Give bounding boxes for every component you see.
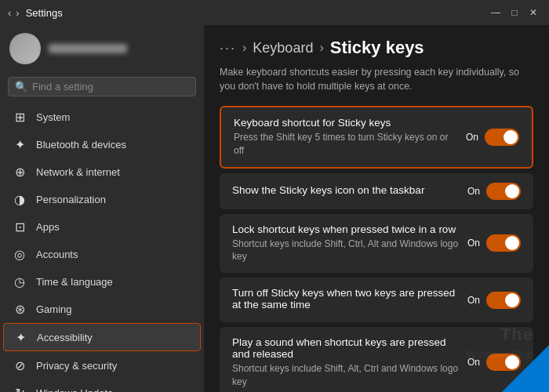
- settings-list: Keyboard shortcut for Sticky keysPress t…: [220, 106, 533, 392]
- setting-row-shortcut: Keyboard shortcut for Sticky keysPress t…: [220, 106, 533, 169]
- content-area: ··· › Keyboard › Sticky keys Make keyboa…: [204, 25, 549, 392]
- network-icon: ⊕: [13, 165, 27, 179]
- sidebar-item-network[interactable]: ⊕Network & internet: [3, 158, 201, 185]
- setting-row-play-sound: Play a sound when shortcut keys are pres…: [220, 327, 533, 392]
- toggle-shortcut[interactable]: [485, 129, 519, 146]
- setting-row-lock-shortcut: Lock shortcut keys when pressed twice in…: [220, 214, 533, 274]
- window-controls: — □ ✕: [488, 5, 541, 20]
- setting-desc-shortcut: Press the Shift key 5 times to turn Stic…: [234, 131, 458, 158]
- sidebar-item-label-accessibility: Accessibility: [37, 332, 93, 343]
- setting-row-taskbar-icon: Show the Sticky keys icon on the taskbar…: [220, 173, 533, 209]
- setting-title-taskbar-icon: Show the Sticky keys icon on the taskbar: [232, 184, 460, 196]
- apps-icon: ⊡: [13, 220, 27, 234]
- setting-row-turn-off: Turn off Sticky keys when two keys are p…: [220, 278, 533, 322]
- system-icon: ⊞: [13, 110, 27, 124]
- window-title: Settings: [26, 7, 63, 19]
- setting-info-taskbar-icon: Show the Sticky keys icon on the taskbar: [232, 184, 460, 198]
- sidebar-item-privacy[interactable]: ⊘Privacy & security: [3, 352, 201, 379]
- sidebar-item-update[interactable]: ↻Windows Update: [3, 379, 201, 392]
- toggle-wrap-taskbar-icon[interactable]: On: [467, 183, 521, 200]
- sidebar-item-label-bluetooth: Bluetooth & devices: [36, 139, 126, 151]
- setting-info-shortcut: Keyboard shortcut for Sticky keysPress t…: [234, 117, 458, 158]
- toggle-taskbar-icon[interactable]: [486, 183, 521, 200]
- sidebar-item-label-accounts: Accounts: [36, 249, 78, 260]
- sidebar-item-label-gaming: Gaming: [36, 303, 72, 315]
- titlebar-left: ‹ › Settings: [8, 7, 63, 19]
- profile-name: [49, 44, 127, 53]
- sidebar-item-label-personalization: Personalization: [36, 194, 106, 205]
- search-box[interactable]: 🔍: [8, 77, 196, 96]
- toggle-label-play-sound: On: [467, 357, 480, 368]
- forward-button[interactable]: ›: [16, 7, 19, 19]
- gaming-icon: ⊛: [13, 302, 27, 316]
- setting-title-turn-off: Turn off Sticky keys when two keys are p…: [232, 287, 460, 310]
- toggle-wrap-lock-shortcut[interactable]: On: [467, 234, 521, 252]
- breadcrumb-sep2: ›: [319, 41, 323, 55]
- sidebar: 🔍 ⊞System✦Bluetooth & devices⊕Network & …: [0, 25, 204, 392]
- toggle-label-turn-off: On: [467, 295, 480, 306]
- privacy-icon: ⊘: [13, 358, 27, 372]
- search-icon: 🔍: [15, 81, 27, 93]
- time-icon: ◷: [13, 274, 27, 289]
- bluetooth-icon: ✦: [13, 137, 27, 151]
- toggle-wrap-play-sound[interactable]: On: [467, 354, 521, 371]
- setting-title-play-sound: Play a sound when shortcut keys are pres…: [232, 336, 460, 360]
- toggle-label-lock-shortcut: On: [467, 238, 480, 249]
- setting-desc-lock-shortcut: Shortcut keys include Shift, Ctrl, Alt a…: [232, 238, 460, 264]
- accessibility-icon: ✦: [13, 330, 27, 344]
- sidebar-item-label-time: Time & language: [36, 276, 113, 288]
- breadcrumb-dots[interactable]: ···: [220, 40, 236, 56]
- breadcrumb-current: Sticky keys: [330, 38, 424, 58]
- personalization-icon: ◑: [13, 192, 27, 206]
- sidebar-item-accounts[interactable]: ◎Accounts: [3, 241, 201, 267]
- search-input[interactable]: [32, 81, 189, 93]
- toggle-lock-shortcut[interactable]: [486, 234, 521, 252]
- breadcrumb-sep1: ›: [242, 41, 246, 55]
- accounts-icon: ◎: [13, 247, 27, 261]
- avatar: [9, 33, 41, 64]
- sidebar-item-personalization[interactable]: ◑Personalization: [3, 186, 201, 212]
- titlebar: ‹ › Settings — □ ✕: [0, 0, 549, 25]
- breadcrumb: ··· › Keyboard › Sticky keys: [220, 38, 533, 58]
- sidebar-item-gaming[interactable]: ⊛Gaming: [3, 296, 201, 322]
- toggle-label-taskbar-icon: On: [467, 186, 480, 197]
- profile-section: [0, 25, 204, 72]
- maximize-button[interactable]: □: [507, 5, 522, 20]
- update-icon: ↻: [13, 386, 27, 392]
- toggle-play-sound[interactable]: [486, 354, 521, 371]
- toggle-turn-off[interactable]: [486, 292, 521, 309]
- setting-title-shortcut: Keyboard shortcut for Sticky keys: [234, 117, 458, 129]
- sidebar-item-time[interactable]: ◷Time & language: [3, 268, 201, 295]
- toggle-wrap-shortcut[interactable]: On: [466, 129, 519, 146]
- main-layout: 🔍 ⊞System✦Bluetooth & devices⊕Network & …: [0, 25, 549, 392]
- setting-info-lock-shortcut: Lock shortcut keys when pressed twice in…: [232, 223, 460, 264]
- breadcrumb-parent[interactable]: Keyboard: [253, 40, 313, 56]
- back-button[interactable]: ‹: [8, 7, 11, 19]
- sidebar-item-label-system: System: [36, 111, 70, 123]
- setting-desc-play-sound: Shortcut keys include Shift, Alt, Ctrl a…: [232, 362, 460, 389]
- sidebar-item-label-update: Windows Update: [36, 387, 113, 393]
- toggle-label-shortcut: On: [466, 132, 478, 143]
- sidebar-item-apps[interactable]: ⊡Apps: [3, 213, 201, 240]
- setting-info-turn-off: Turn off Sticky keys when two keys are p…: [232, 287, 460, 313]
- sidebar-item-label-apps: Apps: [36, 221, 60, 233]
- close-button[interactable]: ✕: [525, 5, 541, 20]
- minimize-button[interactable]: —: [488, 5, 504, 20]
- titlebar-nav: ‹ ›: [8, 7, 20, 19]
- sidebar-item-label-network: Network & internet: [36, 166, 120, 178]
- sidebar-item-bluetooth[interactable]: ✦Bluetooth & devices: [3, 131, 201, 158]
- toggle-wrap-turn-off[interactable]: On: [467, 292, 521, 309]
- sidebar-item-label-privacy: Privacy & security: [36, 360, 117, 372]
- sidebar-item-accessibility[interactable]: ✦Accessibility: [3, 323, 201, 351]
- sidebar-item-system[interactable]: ⊞System: [3, 103, 201, 130]
- page-description: Make keyboard shortcuts easier by pressi…: [220, 66, 533, 93]
- setting-info-play-sound: Play a sound when shortcut keys are pres…: [232, 336, 460, 389]
- setting-title-lock-shortcut: Lock shortcut keys when pressed twice in…: [232, 223, 460, 235]
- nav-list: ⊞System✦Bluetooth & devices⊕Network & in…: [0, 103, 204, 392]
